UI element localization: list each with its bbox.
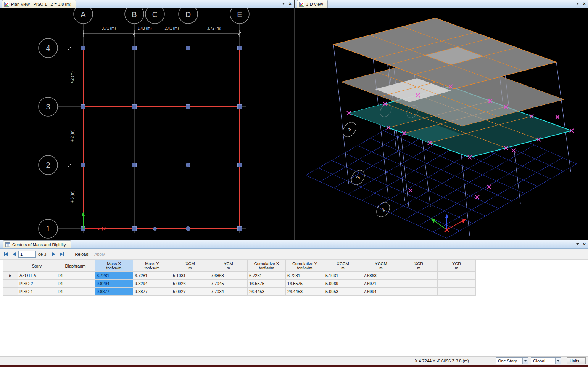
- reload-button[interactable]: Reload: [72, 251, 91, 258]
- units-button[interactable]: Units...: [567, 357, 586, 364]
- record-count-label: de 3: [38, 252, 46, 256]
- prev-record-button[interactable]: [10, 250, 18, 258]
- cell-cumulative-x[interactable]: 6.7281: [248, 272, 286, 280]
- cell-xcr[interactable]: [400, 280, 438, 288]
- cell-story[interactable]: AZOTEA: [18, 272, 56, 280]
- cell-ycr[interactable]: [438, 280, 476, 288]
- svg-text:A: A: [81, 10, 86, 19]
- story-view-dropdown[interactable]: One Story: [496, 357, 528, 364]
- coordinate-system-dropdown-button[interactable]: [555, 358, 561, 364]
- svg-text:B: B: [132, 10, 137, 19]
- plan-canvas[interactable]: A B C D E 4 3 2 1: [0, 8, 294, 240]
- cell-yccm[interactable]: 7.6971: [362, 280, 400, 288]
- cell-mass-y[interactable]: 9.8877: [133, 288, 171, 296]
- row-pointer-cell[interactable]: ▶: [3, 272, 18, 280]
- header-mass-y[interactable]: Mass Ytonf-s²/m: [133, 260, 171, 272]
- header-xccm[interactable]: XCCMm: [324, 260, 362, 272]
- row-selector-cell[interactable]: [3, 288, 18, 296]
- svg-text:2: 2: [380, 207, 386, 213]
- svg-text:2.41 (m): 2.41 (m): [164, 26, 179, 30]
- header-cumulative-y[interactable]: Cumulative Ytonf-s²/m: [286, 260, 324, 272]
- view3d-collapse-icon[interactable]: [576, 3, 579, 5]
- header-ycr[interactable]: YCRm: [438, 260, 476, 272]
- table-panel-collapse-icon[interactable]: [576, 243, 579, 245]
- cell-mass-y[interactable]: 9.8294: [133, 280, 171, 288]
- view3d-window: 3-D View ×: [295, 0, 588, 240]
- plan-view-window: Plan View - PISO 1 - Z = 3.8 (m) ×: [0, 0, 294, 240]
- next-record-button[interactable]: [49, 250, 58, 258]
- table-icon: [5, 242, 10, 247]
- cell-mass-x[interactable]: 9.8294: [95, 280, 133, 288]
- cell-ycm[interactable]: 7.7034: [209, 288, 248, 296]
- svg-text:D: D: [185, 10, 191, 19]
- cell-xccm[interactable]: 5.1031: [324, 272, 362, 280]
- table-row: PISO 1 D1 9.8877 9.8877 5.0927 7.7034 26…: [3, 288, 476, 296]
- chevron-down-icon: [557, 360, 559, 362]
- cell-cumulative-x[interactable]: 16.5575: [248, 280, 286, 288]
- cell-xcr[interactable]: [400, 272, 438, 280]
- story-view-dropdown-button[interactable]: [522, 358, 528, 364]
- cell-story[interactable]: PISO 1: [18, 288, 56, 296]
- cell-cumulative-y[interactable]: 26.4453: [286, 288, 324, 296]
- header-cumulative-x[interactable]: Cumulative Xtonf-s²/m: [248, 260, 286, 272]
- row-selector-cell[interactable]: [3, 280, 18, 288]
- svg-text:4.2 (m): 4.2 (m): [70, 130, 74, 142]
- svg-text:3.71 (m): 3.71 (m): [101, 26, 116, 30]
- coordinate-system-dropdown[interactable]: Global: [531, 357, 561, 364]
- header-story[interactable]: Story: [18, 260, 56, 272]
- table-panel: Centers of Mass and Rigidity × de 3 Relo…: [0, 240, 588, 356]
- view3d-tab[interactable]: 3-D View: [297, 0, 328, 8]
- plan-view-tab[interactable]: Plan View - PISO 1 - Z = 3.8 (m): [2, 0, 76, 8]
- last-record-button[interactable]: [58, 250, 66, 258]
- status-bar: X 4.7244 Y -0.6096 Z 3.8 (m) One Story G…: [0, 356, 588, 365]
- cell-xcr[interactable]: [400, 288, 438, 296]
- record-toolbar: de 3 Reload Apply: [0, 249, 588, 260]
- cell-ycm[interactable]: 7.6863: [209, 272, 248, 280]
- header-xcr[interactable]: XCRm: [400, 260, 438, 272]
- cell-ycr[interactable]: [438, 272, 476, 280]
- header-ycm[interactable]: YCMm: [209, 260, 248, 272]
- coordinate-system-value: Global: [533, 359, 545, 363]
- table-row: ▶ AZOTEA D1 6.7281 6.7281 5.1031 7.6863 …: [3, 272, 476, 280]
- plan-view-title: Plan View - PISO 1 - Z = 3.8 (m): [11, 2, 71, 6]
- svg-text:2: 2: [46, 161, 50, 169]
- cell-diaphragm[interactable]: D1: [56, 272, 95, 280]
- cell-cumulative-y[interactable]: 16.5575: [286, 280, 324, 288]
- cell-cumulative-x[interactable]: 26.4453: [248, 288, 286, 296]
- cell-mass-x[interactable]: 6.7281: [95, 272, 133, 280]
- table-header-row: Story Diaphragm Mass Xtonf-s²/m Mass Yto…: [3, 260, 476, 272]
- cell-cumulative-y[interactable]: 6.7281: [286, 272, 324, 280]
- cell-xccm[interactable]: 5.0969: [324, 280, 362, 288]
- cell-xcm[interactable]: 5.0926: [171, 280, 209, 288]
- cell-mass-y[interactable]: 6.7281: [133, 272, 171, 280]
- header-yccm[interactable]: YCCMm: [362, 260, 400, 272]
- cell-ycr[interactable]: [438, 288, 476, 296]
- plan-view-icon: [4, 2, 9, 7]
- cell-xcm[interactable]: 5.0927: [171, 288, 209, 296]
- data-grid-area: Story Diaphragm Mass Xtonf-s²/m Mass Yto…: [3, 260, 588, 356]
- cell-diaphragm[interactable]: D1: [56, 288, 95, 296]
- first-record-button[interactable]: [2, 250, 10, 258]
- cell-diaphragm[interactable]: D1: [56, 280, 95, 288]
- cell-yccm[interactable]: 7.6994: [362, 288, 400, 296]
- view3d-close-icon[interactable]: ×: [583, 1, 586, 6]
- cell-xcm[interactable]: 5.1031: [171, 272, 209, 280]
- plan-column-bubbles: [74, 8, 249, 24]
- header-mass-x[interactable]: Mass Xtonf-s²/m: [95, 260, 133, 272]
- header-diaphragm[interactable]: Diaphragm: [56, 260, 95, 272]
- plan-close-icon[interactable]: ×: [288, 1, 292, 6]
- cell-ycm[interactable]: 7.7045: [209, 280, 248, 288]
- apply-button[interactable]: Apply: [91, 251, 108, 258]
- plan-collapse-icon[interactable]: [282, 3, 285, 5]
- table-panel-close-icon[interactable]: ×: [583, 242, 586, 247]
- plan-column-bubble-labels: A B C D E: [81, 10, 242, 19]
- cell-mass-x[interactable]: 9.8877: [95, 288, 133, 296]
- cell-story[interactable]: PISO 2: [18, 280, 56, 288]
- cell-xccm[interactable]: 5.0953: [324, 288, 362, 296]
- cell-yccm[interactable]: 7.6863: [362, 272, 400, 280]
- table-panel-tab[interactable]: Centers of Mass and Rigidity: [3, 240, 71, 248]
- table-panel-title: Centers of Mass and Rigidity: [12, 242, 66, 247]
- record-number-input[interactable]: [18, 251, 36, 258]
- view3d-canvas[interactable]: 4 3 2: [295, 8, 588, 240]
- header-xcm[interactable]: XCMm: [171, 260, 209, 272]
